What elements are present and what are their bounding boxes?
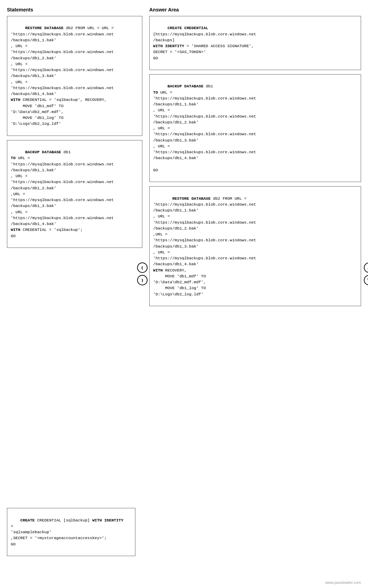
answer-title: Answer Area — [149, 7, 361, 12]
statement-box-2[interactable]: BACKUP DATABASE db1 TO URL = 'https://my… — [7, 140, 142, 248]
bottom-code-section: CREATE CREDENTIAL [sqlbackup] WITH IDENT… — [7, 508, 135, 560]
move-left-button[interactable]: ❪ — [137, 262, 148, 273]
move-down-button[interactable]: ⩢ — [364, 275, 368, 285]
answer-box-3[interactable]: RESTORE DATABASE db2 FROM URL = 'https:/… — [149, 186, 361, 306]
statements-title: Statements — [7, 7, 142, 12]
answer-box-1-content: CREATE CREDENTIAL [https://mysqlbackups.… — [153, 26, 256, 60]
move-up-button[interactable]: ⩡ — [364, 262, 368, 273]
answer-box-2[interactable]: BACKUP DATABASE db1 TO URL = 'https://my… — [149, 74, 361, 182]
statement-box-1[interactable]: RESTORE DATABASE db2 FROM URL = URL = 'h… — [7, 16, 142, 136]
bottom-code-box[interactable]: CREATE CREDENTIAL [sqlbackup] WITH IDENT… — [7, 508, 135, 556]
statement-box-2-content: BACKUP DATABASE db1 TO URL = 'https://my… — [11, 150, 114, 238]
answer-box-1[interactable]: CREATE CREDENTIAL [https://mysqlbackups.… — [149, 16, 361, 70]
answer-box-3-content: RESTORE DATABASE db2 FROM URL = 'https:/… — [153, 196, 256, 296]
watermark: www.passleader.com — [325, 580, 361, 585]
move-right-button[interactable]: ❫ — [137, 275, 148, 285]
statement-box-1-content: RESTORE DATABASE db2 FROM URL = URL = 'h… — [11, 26, 114, 126]
answer-panel: Answer Area CREATE CREDENTIAL [https://m… — [149, 7, 361, 310]
statements-panel: Statements RESTORE DATABASE db2 FROM URL… — [7, 7, 142, 310]
bottom-code-content: CREATE CREDENTIAL [sqlbackup] WITH IDENT… — [11, 518, 123, 546]
answer-box-2-content: BACKUP DATABASE db1 TO URL = 'https://my… — [153, 84, 256, 172]
